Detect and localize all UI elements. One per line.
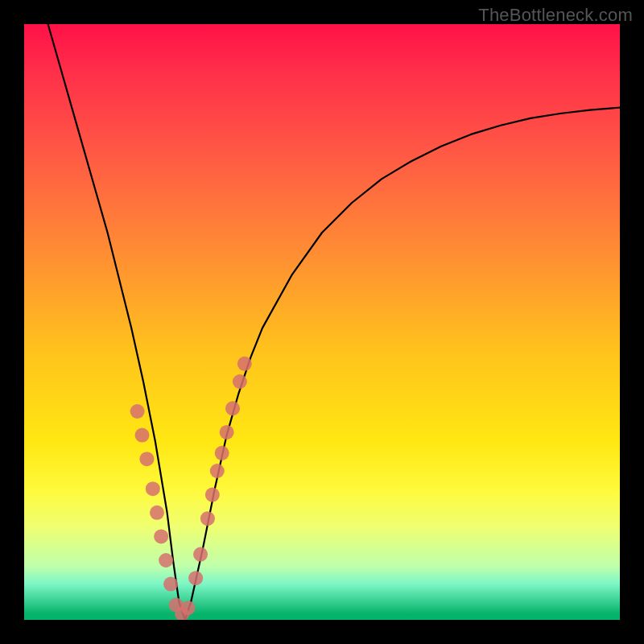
highlight-dot [163,577,178,592]
highlight-dot [237,357,252,371]
highlight-dot [205,488,220,502]
highlight-dot [159,553,173,568]
highlight-dot [188,571,203,585]
highlight-dot [220,425,234,440]
highlight-dot [193,547,208,562]
chart-frame: TheBottleneck.com [0,0,644,644]
highlight-dot [210,464,225,478]
bottleneck-curve [48,24,620,620]
highlight-dot [225,401,240,415]
highlight-dot [130,404,145,419]
highlight-dot [215,446,229,460]
highlight-dot [154,529,168,543]
curve-path-group [48,24,620,620]
highlight-dots [130,357,252,620]
highlight-dot [139,452,154,466]
highlight-dot [146,481,160,496]
highlight-dot [181,601,196,615]
highlight-dot [200,511,215,526]
highlight-dot [150,506,164,520]
highlight-dot [135,428,150,443]
chart-svg [24,24,620,620]
highlight-dot [233,374,247,389]
plot-area [24,24,620,620]
watermark-label: TheBottleneck.com [478,5,633,26]
